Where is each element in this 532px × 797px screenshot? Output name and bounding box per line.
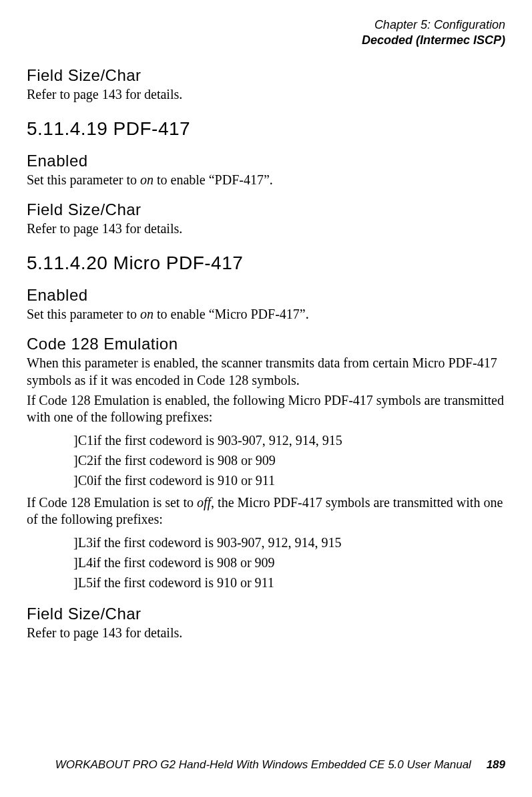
list-item: ]L5if the first codeword is 910 or 911 bbox=[73, 573, 505, 593]
text-emphasis: on bbox=[140, 172, 154, 187]
list-item: ]L3if the first codeword is 903-907, 912… bbox=[73, 532, 505, 552]
heading-field-size-char-1: Field Size/Char bbox=[27, 66, 505, 85]
footer-title: WORKABOUT PRO G2 Hand-Held With Windows … bbox=[55, 758, 471, 771]
text: Set this parameter to bbox=[27, 172, 140, 187]
body-text: If Code 128 Emulation is set to off, the… bbox=[27, 494, 505, 528]
text: Set this parameter to bbox=[27, 307, 140, 321]
text: to enable “Micro PDF-417”. bbox=[154, 307, 309, 321]
body-text: Refer to page 143 for details. bbox=[27, 86, 505, 104]
prefix-list-enabled: ]C1if the first codeword is 903-907, 912… bbox=[73, 430, 505, 490]
page-footer: WORKABOUT PRO G2 Hand-Held With Windows … bbox=[27, 758, 505, 772]
content: Field Size/Char Refer to page 143 for de… bbox=[27, 66, 505, 642]
body-text: Set this parameter to on to enable “PDF-… bbox=[27, 172, 505, 189]
text-emphasis: off bbox=[197, 495, 211, 510]
list-item: ]C0if the first codeword is 910 or 911 bbox=[73, 470, 505, 490]
list-item: ]L4if the first codeword is 908 or 909 bbox=[73, 552, 505, 573]
text: to enable “PDF-417”. bbox=[154, 172, 273, 187]
heading-field-size-char-2: Field Size/Char bbox=[27, 200, 505, 219]
heading-field-size-char-3: Field Size/Char bbox=[27, 605, 505, 623]
list-item: ]C2if the first codeword is 908 or 909 bbox=[73, 450, 505, 470]
header-section: Decoded (Intermec ISCP) bbox=[27, 33, 505, 48]
body-text: Refer to page 143 for details. bbox=[27, 625, 505, 642]
footer-page-number: 189 bbox=[487, 758, 505, 771]
heading-pdf-417: 5.11.4.19 PDF-417 bbox=[27, 118, 505, 140]
prefix-list-disabled: ]L3if the first codeword is 903-907, 912… bbox=[73, 532, 505, 593]
page-header: Chapter 5: Configuration Decoded (Interm… bbox=[27, 17, 505, 47]
list-item: ]C1if the first codeword is 903-907, 912… bbox=[73, 430, 505, 450]
text-emphasis: on bbox=[140, 307, 154, 321]
heading-code-128-emulation: Code 128 Emulation bbox=[27, 335, 505, 353]
header-chapter: Chapter 5: Configuration bbox=[27, 17, 505, 33]
body-text: Refer to page 143 for details. bbox=[27, 220, 505, 238]
page: Chapter 5: Configuration Decoded (Interm… bbox=[0, 0, 532, 797]
body-text: If Code 128 Emulation is enabled, the fo… bbox=[27, 392, 505, 426]
body-text: When this parameter is enabled, the scan… bbox=[27, 355, 505, 389]
text: If Code 128 Emulation is set to bbox=[27, 495, 197, 510]
heading-enabled-2: Enabled bbox=[27, 286, 505, 305]
heading-enabled-1: Enabled bbox=[27, 152, 505, 170]
heading-micro-pdf-417: 5.11.4.20 Micro PDF-417 bbox=[27, 253, 505, 274]
body-text: Set this parameter to on to enable “Micr… bbox=[27, 306, 505, 323]
